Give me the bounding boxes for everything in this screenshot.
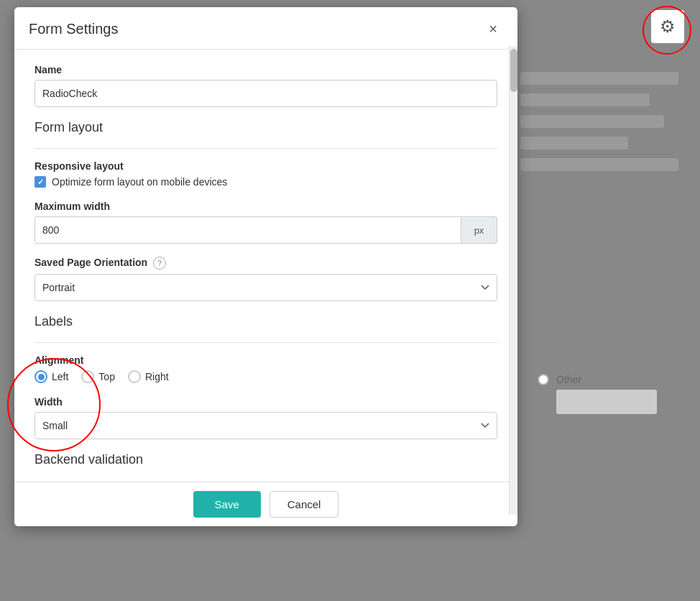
labels-divider xyxy=(34,342,497,343)
alignment-left-radio[interactable] xyxy=(34,370,47,383)
other-section: Other xyxy=(538,374,657,414)
alignment-left-radio-inner xyxy=(38,374,45,380)
orientation-label: Saved Page Orientation ? xyxy=(34,257,497,270)
max-width-label: Maximum width xyxy=(34,201,497,212)
other-input-field[interactable] xyxy=(556,390,657,414)
modal-header: Form Settings × xyxy=(14,7,517,50)
form-settings-modal: Form Settings × Name Form layout Respons… xyxy=(14,7,517,526)
responsive-layout-group: Responsive layout Optimize form layout o… xyxy=(34,160,497,188)
responsive-checkbox-label: Optimize form layout on mobile devices xyxy=(52,176,227,188)
name-label: Name xyxy=(34,64,497,75)
gear-icon: ⚙ xyxy=(660,17,676,37)
width-group: Width Small Medium Large xyxy=(34,396,497,439)
alignment-group: Alignment Left Top Right xyxy=(34,354,497,383)
backend-validation-section: Backend validation xyxy=(34,452,497,474)
gear-icon-bg: ⚙ xyxy=(651,10,684,43)
alignment-label: Alignment xyxy=(34,354,497,366)
form-layout-heading: Form layout xyxy=(34,120,497,138)
alignment-right-radio-item[interactable]: Right xyxy=(128,370,169,383)
gray-bar-4 xyxy=(520,137,628,150)
right-gray-panels xyxy=(520,72,678,171)
labels-heading: Labels xyxy=(34,314,497,332)
modal-close-button[interactable]: × xyxy=(483,19,503,39)
cancel-button[interactable]: Cancel xyxy=(270,491,339,518)
width-label: Width xyxy=(34,396,497,408)
other-label: Other xyxy=(556,374,581,385)
name-input[interactable] xyxy=(34,80,497,107)
max-width-input-row: px xyxy=(34,216,497,244)
responsive-checkbox[interactable] xyxy=(34,176,46,188)
form-layout-divider xyxy=(34,148,497,149)
width-select[interactable]: Small Medium Large xyxy=(34,412,497,439)
alignment-top-radio-item[interactable]: Top xyxy=(81,370,115,383)
orientation-info-icon[interactable]: ? xyxy=(153,257,166,270)
alignment-left-radio-item[interactable]: Left xyxy=(34,370,68,383)
scroll-track[interactable] xyxy=(509,46,517,515)
responsive-layout-label: Responsive layout xyxy=(34,160,497,172)
alignment-right-label: Right xyxy=(145,371,169,382)
scroll-thumb[interactable] xyxy=(510,49,517,92)
modal-title: Form Settings xyxy=(29,21,118,37)
gray-bar-1 xyxy=(520,72,678,85)
labels-section: Labels Alignment Left Top xyxy=(34,314,497,439)
gray-bar-2 xyxy=(520,93,650,106)
alignment-right-radio[interactable] xyxy=(128,370,141,383)
orientation-select[interactable]: Portrait Landscape xyxy=(34,274,497,301)
save-button[interactable]: Save xyxy=(193,491,261,518)
name-group: Name xyxy=(34,64,497,107)
gray-bar-5 xyxy=(520,158,678,171)
orientation-group: Saved Page Orientation ? Portrait Landsc… xyxy=(34,257,497,301)
modal-body: Name Form layout Responsive layout Optim… xyxy=(14,50,517,482)
form-layout-section: Form layout Responsive layout Optimize f… xyxy=(34,120,497,301)
other-radio[interactable] xyxy=(538,374,549,385)
modal-footer: Save Cancel xyxy=(14,482,517,526)
alignment-top-label: Top xyxy=(98,371,115,382)
gray-bar-3 xyxy=(520,115,664,128)
max-width-input[interactable] xyxy=(34,216,461,244)
max-width-group: Maximum width px xyxy=(34,201,497,244)
max-width-suffix: px xyxy=(461,216,497,244)
backend-validation-label: Backend validation xyxy=(34,452,143,467)
gear-button[interactable]: ⚙ xyxy=(648,7,687,46)
alignment-top-radio[interactable] xyxy=(81,370,94,383)
alignment-radio-group: Left Top Right xyxy=(34,370,497,383)
responsive-checkbox-row: Optimize form layout on mobile devices xyxy=(34,176,497,188)
alignment-left-label: Left xyxy=(52,371,68,382)
